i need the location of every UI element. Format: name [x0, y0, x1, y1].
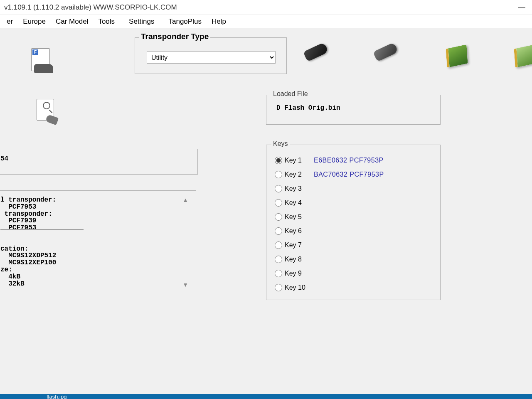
key-radio-4[interactable] — [275, 199, 282, 207]
transponder-type-group: Transponder Type Utility — [135, 37, 287, 74]
content-area: Transponder Type Utility Loaded File D F… — [0, 28, 532, 394]
loaded-file-group: Loaded File D Flash Orig.bin — [266, 95, 441, 125]
key-radio-9[interactable] — [275, 270, 282, 277]
taskbar-item[interactable]: flash.jpg — [47, 394, 66, 399]
key-label-2: Key 2 — [285, 171, 314, 178]
key-label-9: Key 9 — [285, 270, 314, 277]
taskbar: flash.jpg — [0, 394, 532, 399]
key-row-8: Key 8 — [275, 252, 432, 266]
keys-group: Keys Key 1E6BE0632 PCF7953PKey 2BAC70632… — [266, 145, 441, 300]
loaded-file-name: D Flash Orig.bin — [276, 104, 340, 112]
key-radio-7[interactable] — [275, 241, 282, 249]
menu-item-tangoplus[interactable]: TangoPlus — [164, 16, 207, 27]
left-info-2-divider — [0, 229, 84, 229]
top-toolbar-band: Transponder Type Utility — [0, 28, 532, 82]
transponder-legend: Transponder Type — [139, 32, 210, 41]
key-radio-1[interactable] — [275, 157, 282, 164]
book-alt-icon[interactable] — [515, 47, 532, 70]
menu-item-car-model[interactable]: Car Model — [51, 16, 93, 27]
menubar: er Europe Car Model Tools Settings Tango… — [0, 15, 532, 28]
key-radio-2[interactable] — [275, 171, 282, 178]
left-info-box-1: 54 — [0, 149, 198, 175]
left-info-2-text: l transponder: PCF7953 transponder: PCF7… — [0, 197, 56, 287]
key-radio-10[interactable] — [275, 284, 282, 291]
key-label-6: Key 6 — [285, 227, 314, 235]
key-row-3: Key 3 — [275, 182, 432, 196]
window-title: v1.109.1 (1.110.2 available) WWW.SCORPIO… — [4, 3, 515, 12]
book-green-icon[interactable] — [446, 47, 470, 70]
open-file-icon[interactable] — [37, 99, 54, 121]
key-icon[interactable] — [374, 47, 397, 70]
key-row-1: Key 1E6BE0632 PCF7953P — [275, 153, 432, 167]
key-row-10: Key 10 — [275, 281, 432, 295]
key-row-2: Key 2BAC70632 PCF7953P — [275, 167, 432, 182]
key-label-4: Key 4 — [285, 199, 314, 207]
key-radio-6[interactable] — [275, 227, 282, 235]
key-radio-3[interactable] — [275, 185, 282, 192]
key-label-3: Key 3 — [285, 185, 314, 192]
key-row-5: Key 5 — [275, 210, 432, 224]
left-info-box-2: l transponder: PCF7953 transponder: PCF7… — [0, 190, 196, 294]
key-row-7: Key 7 — [275, 238, 432, 252]
menu-item-settings[interactable]: Settings — [124, 16, 159, 27]
menu-item-0[interactable]: er — [2, 16, 18, 27]
keys-list: Key 1E6BE0632 PCF7953PKey 2BAC70632 PCF7… — [275, 153, 432, 295]
menu-item-europe[interactable]: Europe — [18, 16, 51, 27]
key-radio-5[interactable] — [275, 213, 282, 221]
scroll-up-icon[interactable]: ▲ — [182, 197, 188, 203]
key-row-4: Key 4 — [275, 196, 432, 210]
window-controls: — — [515, 3, 528, 12]
key-row-9: Key 9 — [275, 266, 432, 281]
key-label-1: Key 1 — [285, 157, 314, 164]
menu-item-help[interactable]: Help — [207, 16, 231, 27]
key-label-7: Key 7 — [285, 241, 314, 249]
minimize-button[interactable]: — — [515, 3, 528, 12]
keys-legend: Keys — [271, 140, 290, 148]
scroll-down-icon[interactable]: ▼ — [182, 281, 188, 288]
key-graduate-icon[interactable] — [304, 47, 328, 70]
key-data-1: E6BE0632 PCF7953P — [314, 157, 384, 164]
below-area: Loaded File D Flash Orig.bin Keys Key 1E… — [0, 82, 532, 91]
key-label-5: Key 5 — [285, 213, 314, 221]
left-info-1-text: 54 — [0, 155, 8, 163]
key-data-2: BAC70632 PCF7953P — [314, 171, 384, 178]
key-row-6: Key 6 — [275, 224, 432, 238]
key-label-10: Key 10 — [285, 284, 314, 291]
menu-item-tools[interactable]: Tools — [93, 16, 120, 27]
key-label-8: Key 8 — [285, 256, 314, 263]
transponder-type-select[interactable]: Utility — [147, 51, 276, 64]
loaded-file-legend: Loaded File — [271, 90, 310, 98]
key-radio-8[interactable] — [275, 256, 282, 263]
titlebar: v1.109.1 (1.110.2 available) WWW.SCORPIO… — [0, 0, 532, 15]
file-car-icon[interactable] — [31, 48, 50, 71]
